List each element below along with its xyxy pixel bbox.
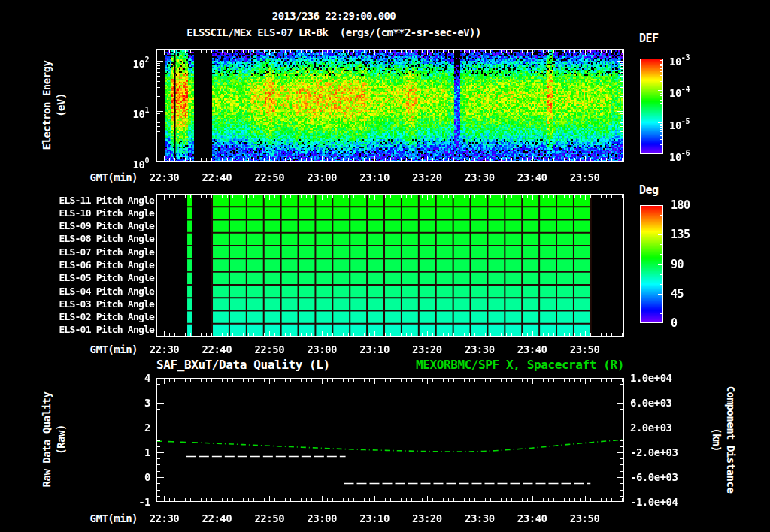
electron-energy-axis-label-line2: (eV) [54, 0, 68, 225]
time-tick-label: 22:40 [192, 171, 241, 184]
def-tick-label: 10-6 [669, 147, 722, 162]
time-tick-label: 23:00 [298, 512, 346, 525]
time-tick-label: 23:50 [561, 343, 609, 356]
def-tick-label: 10-3 [669, 51, 722, 66]
energy-tick-label: 100 [110, 154, 149, 169]
quality-tick-label: 0 [116, 470, 150, 484]
time-tick-label: 23:10 [350, 343, 399, 356]
distance-tick-label: -1.0e+04 [630, 495, 698, 509]
deg-tick-label: 90 [671, 258, 716, 271]
component-distance-axis-label-line2: (km) [709, 319, 723, 532]
electron-energy-spectrogram [156, 49, 624, 162]
pitch-row-label: ELS-04 Pitch Angle [44, 286, 154, 298]
distance-tick-label: 2.0e+03 [630, 421, 698, 434]
time-tick-label: 23:00 [298, 171, 346, 184]
pitch-row-label: ELS-05 Pitch Angle [44, 272, 154, 284]
gmt-axis-label-top: GMT(min) [71, 171, 138, 183]
time-tick-label: 23:20 [403, 171, 451, 184]
time-tick-label: 22:30 [140, 512, 188, 525]
deg-tick-label: 45 [671, 287, 716, 301]
deg-tick-label: 180 [671, 198, 716, 212]
distance-series-title: MEXORBMC/SPF X, Spacecraft (R) [399, 358, 624, 372]
quality-distance-plot [156, 378, 624, 502]
energy-tick-label: 101 [110, 104, 149, 119]
time-tick-label: 23:40 [508, 512, 556, 525]
time-tick-label: 23:30 [456, 171, 504, 184]
quality-series-title: SAF_BXuT/Data Quality (L) [156, 358, 405, 372]
deg-colorbar-title: Deg [639, 183, 692, 197]
raw-data-quality-axis-label-line2: (Raw) [54, 319, 68, 532]
distance-tick-label: -2.0e+03 [630, 446, 698, 459]
page-title: 2013/236 22:29:00.000 [100, 10, 568, 22]
quality-tick-label: 4 [116, 371, 150, 385]
distance-tick-label: -6.0e+03 [630, 470, 698, 484]
component-distance-axis-label-line1: Component Distance [723, 319, 738, 532]
time-tick-label: 23:50 [561, 512, 609, 525]
time-tick-label: 23:40 [508, 343, 556, 356]
gmt-axis-label-middle: GMT(min) [71, 343, 138, 355]
time-tick-label: 23:50 [561, 171, 609, 184]
electron-energy-axis-label: Electron Energy (eV) [40, 0, 68, 225]
distance-tick-label: 1.0e+04 [630, 371, 698, 385]
time-tick-label: 22:30 [140, 171, 188, 184]
time-tick-label: 23:30 [456, 343, 504, 356]
time-tick-label: 23:00 [298, 343, 346, 356]
def-tick-label: 10-4 [669, 83, 722, 98]
def-colorbar-title: DEF [639, 32, 692, 45]
pitch-row-label: ELS-08 Pitch Angle [44, 233, 154, 245]
gmt-axis-label-bottom: GMT(min) [71, 512, 138, 524]
raw-data-quality-axis-label: Raw Data Quality (Raw) [40, 319, 68, 532]
time-tick-label: 23:30 [456, 512, 504, 525]
deg-colorbar [640, 205, 663, 323]
quality-tick-label: 3 [116, 396, 150, 410]
time-tick-label: 23:10 [350, 171, 399, 184]
pitch-angle-heatmap [156, 194, 624, 337]
def-colorbar [640, 59, 663, 154]
time-tick-label: 23:20 [403, 343, 451, 356]
time-tick-label: 22:40 [192, 512, 241, 525]
component-distance-axis-label: Component Distance (km) [709, 319, 738, 532]
electron-energy-axis-label-line1: Electron Energy [40, 0, 54, 225]
deg-tick-label: 135 [671, 228, 716, 241]
time-tick-label: 22:50 [245, 512, 293, 525]
raw-data-quality-axis-label-line1: Raw Data Quality [40, 319, 54, 532]
els-spectrogram-page: 2013/236 22:29:00.000 ELSSCIL/MEx ELS-07… [0, 0, 770, 532]
pitch-row-label: ELS-07 Pitch Angle [44, 246, 154, 258]
pitch-row-label: ELS-03 Pitch Angle [44, 298, 154, 310]
quality-tick-label: 1 [116, 446, 150, 459]
quality-tick-label: 2 [116, 421, 150, 434]
quality-tick-label: -1 [116, 495, 150, 509]
time-tick-label: 23:40 [508, 171, 556, 184]
pitch-row-label: ELS-06 Pitch Angle [44, 259, 154, 271]
time-tick-label: 22:40 [192, 343, 241, 356]
time-tick-label: 22:50 [245, 171, 293, 184]
distance-tick-label: 6.0e+03 [630, 396, 698, 410]
time-tick-label: 22:50 [245, 343, 293, 356]
def-tick-label: 10-5 [669, 115, 722, 130]
time-tick-label: 23:20 [403, 512, 451, 525]
page-subtitle: ELSSCIL/MEx ELS-07 LR-Bk (ergs/(cm**2-sr… [100, 26, 568, 38]
time-tick-label: 23:10 [350, 512, 399, 525]
time-tick-label: 22:30 [140, 343, 188, 356]
energy-tick-label: 102 [110, 53, 149, 68]
